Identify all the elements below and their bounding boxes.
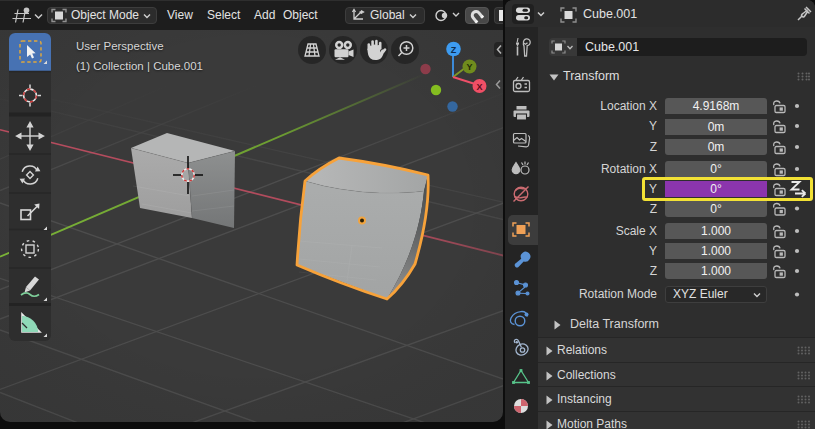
svg-text:X: X xyxy=(476,82,482,92)
svg-text:Z: Z xyxy=(451,45,457,55)
svg-text:Y: Y xyxy=(466,62,472,72)
